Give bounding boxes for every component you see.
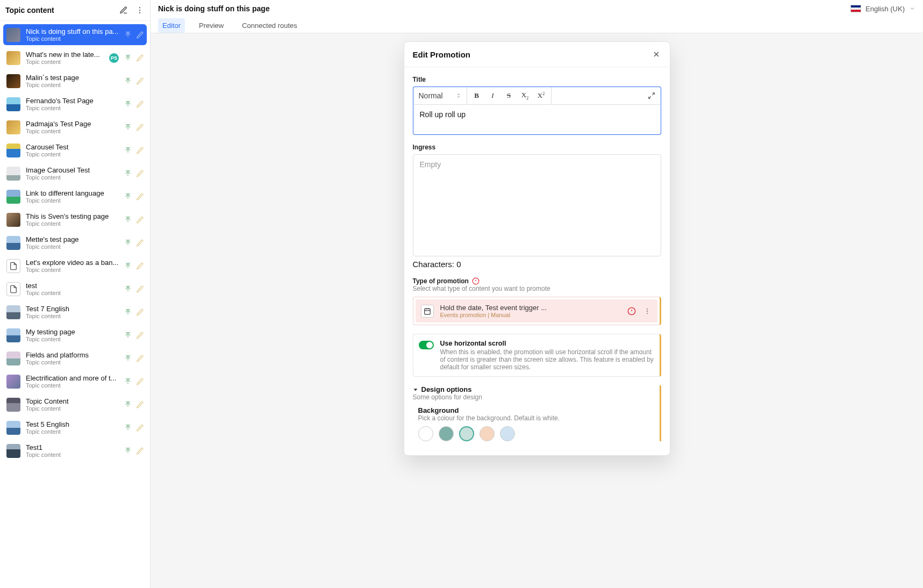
tab-editor[interactable]: Editor: [158, 18, 185, 33]
sidebar-item-subtitle: Topic content: [26, 405, 119, 412]
svg-point-1: [139, 10, 140, 11]
sidebar-item[interactable]: Padmaja's Test PageTopic content: [3, 117, 147, 138]
sidebar-item-title: Padmaja's Test Page: [26, 120, 119, 128]
publish-icon[interactable]: [124, 77, 132, 85]
publish-icon[interactable]: [124, 101, 132, 108]
sidebar-item[interactable]: Link to different languageTopic content: [3, 186, 147, 207]
edit-icon[interactable]: [136, 147, 144, 154]
sidebar-item[interactable]: Electrification and more of t...Topic co…: [3, 371, 147, 392]
publish-icon[interactable]: [124, 285, 132, 293]
thumbnail-image: [6, 444, 20, 458]
publish-icon[interactable]: [124, 193, 132, 200]
publish-icon[interactable]: [124, 170, 132, 177]
sidebar-item[interactable]: Malin´s test pageTopic content: [3, 70, 147, 91]
superscript-button[interactable]: X2: [537, 91, 546, 100]
thumbnail-image: [6, 167, 20, 181]
publish-icon[interactable]: [124, 447, 132, 455]
sidebar-item[interactable]: Let's explore video as a ban...Topic con…: [3, 255, 147, 276]
publish-icon[interactable]: [124, 401, 132, 408]
character-count: Characters: 0: [413, 260, 661, 269]
publish-icon[interactable]: [124, 355, 132, 362]
publish-icon[interactable]: [124, 424, 132, 432]
edit-icon[interactable]: [136, 31, 144, 39]
sidebar-item[interactable]: Mette's test pageTopic content: [3, 232, 147, 253]
svg-line-44: [648, 96, 650, 98]
publish-icon[interactable]: [124, 147, 132, 154]
design-options-header[interactable]: Design options: [413, 385, 656, 393]
edit-icon[interactable]: [136, 262, 144, 270]
publish-icon[interactable]: [124, 124, 132, 131]
edit-icon[interactable]: [136, 285, 144, 293]
select-arrows-icon: [456, 92, 461, 99]
publish-icon[interactable]: [124, 378, 132, 385]
sidebar-item[interactable]: Topic ContentTopic content: [3, 394, 147, 415]
edit-icon[interactable]: [136, 216, 144, 224]
sidebar-item[interactable]: Image Carousel TestTopic content: [3, 163, 147, 184]
publish-icon[interactable]: [124, 332, 132, 339]
publish-icon[interactable]: [124, 31, 132, 39]
publish-icon[interactable]: [124, 54, 132, 62]
sidebar-item[interactable]: My testing pageTopic content: [3, 325, 147, 346]
subscript-button[interactable]: X2: [521, 91, 530, 101]
close-icon[interactable]: [652, 49, 661, 59]
horizontal-scroll-toggle[interactable]: [419, 341, 434, 349]
sidebar-item[interactable]: Test 7 EnglishTopic content: [3, 302, 147, 322]
publish-icon[interactable]: [124, 309, 132, 316]
sidebar-item-subtitle: Topic content: [26, 220, 119, 227]
edit-icon[interactable]: [136, 401, 144, 408]
sidebar-item[interactable]: What's new in the late...Topic contentPS: [3, 47, 147, 68]
edit-icon[interactable]: [136, 101, 144, 108]
edit-icon[interactable]: [136, 355, 144, 362]
background-label: Background: [418, 406, 656, 414]
edit-icon[interactable]: [136, 332, 144, 339]
sidebar-item[interactable]: testTopic content: [3, 278, 147, 299]
document-icon: [6, 282, 20, 296]
promotion-card[interactable]: Hold the date, Test event trigger ... Ev…: [416, 299, 657, 322]
bold-button[interactable]: B: [473, 91, 481, 100]
sidebar-item[interactable]: This is Sven's testing pageTopic content: [3, 209, 147, 230]
more-icon[interactable]: [135, 5, 145, 15]
sidebar-item[interactable]: Carousel TestTopic content: [3, 140, 147, 161]
strike-button[interactable]: S: [505, 91, 513, 100]
color-swatch[interactable]: [500, 426, 515, 441]
edit-icon[interactable]: [136, 124, 144, 131]
tab-preview[interactable]: Preview: [195, 18, 228, 33]
sidebar-item[interactable]: Test 5 EnglishTopic content: [3, 417, 147, 438]
color-swatch[interactable]: [480, 426, 495, 441]
edit-icon[interactable]: [136, 193, 144, 200]
hscroll-label: Use horizontal scroll: [440, 340, 654, 347]
title-editor[interactable]: Roll up roll up: [413, 105, 661, 135]
sidebar-item[interactable]: Test1Topic content: [3, 440, 147, 461]
publish-icon[interactable]: [124, 239, 132, 247]
edit-icon[interactable]: [136, 239, 144, 247]
sidebar-item[interactable]: Nick is doing stuff on this pa...Topic c…: [3, 24, 147, 45]
sidebar-item-title: This is Sven's testing page: [26, 212, 119, 220]
color-swatch[interactable]: [439, 426, 454, 441]
ingress-editor[interactable]: Empty: [413, 154, 661, 256]
edit-icon[interactable]: [136, 170, 144, 177]
thumbnail-image: [6, 375, 20, 389]
color-swatches: [418, 426, 656, 441]
edit-icon[interactable]: [136, 378, 144, 385]
color-swatch[interactable]: [418, 426, 433, 441]
publish-icon[interactable]: [124, 262, 132, 270]
italic-button[interactable]: I: [489, 91, 497, 100]
compose-icon[interactable]: [119, 5, 128, 15]
card-more-icon[interactable]: [642, 306, 652, 316]
edit-icon[interactable]: [136, 309, 144, 316]
edit-icon[interactable]: [136, 447, 144, 455]
sidebar-item[interactable]: Fields and platformsTopic content: [3, 348, 147, 369]
edit-icon[interactable]: [136, 424, 144, 432]
edit-icon[interactable]: [136, 54, 144, 62]
svg-point-57: [647, 313, 648, 314]
color-swatch[interactable]: [459, 426, 474, 441]
expand-button[interactable]: [642, 92, 661, 99]
edit-icon[interactable]: [136, 77, 144, 85]
tab-connected-routes[interactable]: Connected routes: [238, 18, 302, 33]
format-select[interactable]: Normal: [413, 87, 467, 104]
thumbnail-image: [6, 213, 20, 227]
sidebar-item[interactable]: Fernando's Test PageTopic content: [3, 94, 147, 114]
thumbnail-image: [6, 97, 20, 111]
publish-icon[interactable]: [124, 216, 132, 224]
language-switcher[interactable]: English (UK): [850, 5, 915, 13]
